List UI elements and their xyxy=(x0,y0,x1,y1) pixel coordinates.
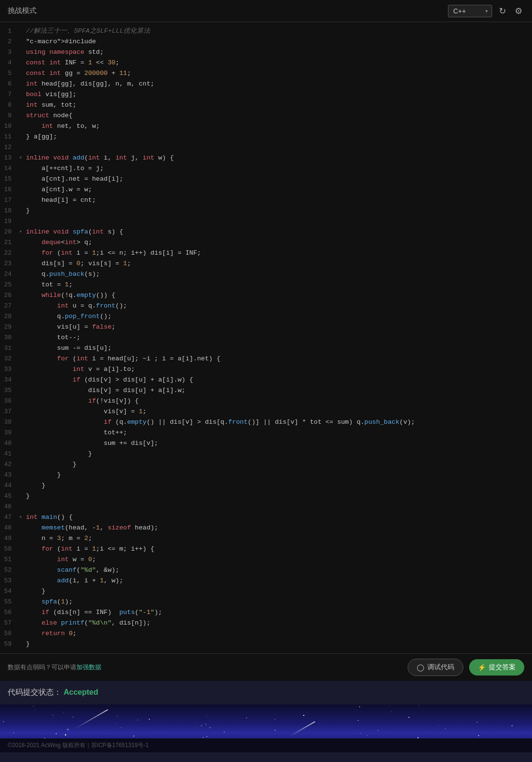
fold-button xyxy=(17,269,24,280)
fold-button[interactable]: ▾ xyxy=(17,512,24,523)
star xyxy=(203,737,204,738)
code-line-content: add(i, i + 1, w); xyxy=(24,576,532,586)
line-number: 6 xyxy=(0,79,17,89)
code-line-content: q.push_back(s); xyxy=(24,269,532,280)
fold-button xyxy=(17,639,24,650)
line-number: 10 xyxy=(0,121,17,132)
code-line-content: int u = q.front(); xyxy=(24,301,532,311)
star xyxy=(73,717,73,717)
fold-button xyxy=(17,459,24,470)
code-line-content: tot++; xyxy=(24,428,532,438)
table-row: 27 int u = q.front(); xyxy=(0,301,532,311)
table-row: 32 for (int i = head[u]; ~i ; i = a[i].n… xyxy=(0,354,532,364)
star xyxy=(115,723,115,724)
data-link[interactable]: 加强数据 xyxy=(76,664,101,671)
fold-button[interactable]: ▾ xyxy=(17,227,24,237)
fold-button xyxy=(17,607,24,618)
star xyxy=(67,729,69,730)
line-number: 23 xyxy=(0,258,17,269)
line-number: 51 xyxy=(0,554,17,565)
table-row: 17 head[i] = cnt; xyxy=(0,195,532,206)
table-row: 12 xyxy=(0,142,532,153)
fold-button xyxy=(17,502,24,512)
star xyxy=(359,706,360,707)
settings-button[interactable]: ⚙ xyxy=(513,4,524,18)
star xyxy=(360,733,361,734)
table-row: 51 int w = 0; xyxy=(0,554,532,565)
line-number: 26 xyxy=(0,290,17,301)
code-line-content: spfa(1); xyxy=(24,597,532,607)
code-line-content: int sum, tot; xyxy=(24,100,532,111)
line-number: 1 xyxy=(0,26,17,37)
code-line-content: for (int i = head[u]; ~i ; i = a[i].net)… xyxy=(24,354,532,364)
table-row: 57 else printf("%d\n", dis[n]); xyxy=(0,618,532,628)
table-row: 52 scanf("%d", &w); xyxy=(0,565,532,576)
debug-button[interactable]: ◯ 调试代码 xyxy=(408,659,463,676)
fold-button xyxy=(17,258,24,269)
star xyxy=(445,728,446,729)
table-row: 13▾inline void add(int i, int j, int w) … xyxy=(0,153,532,163)
table-row: 8 int sum, tot; xyxy=(0,100,532,111)
code-line-content: struct node{ xyxy=(24,111,532,121)
refresh-button[interactable]: ↻ xyxy=(497,4,508,18)
table-row: 9 struct node{ xyxy=(0,111,532,121)
code-line-content: scanf("%d", &w); xyxy=(24,565,532,576)
code-line-content: vis[u] = false; xyxy=(24,322,532,332)
table-row: 5 const int gg = 200000 + 11; xyxy=(0,68,532,79)
code-line-content: } xyxy=(24,449,532,459)
code-line-content: a[cnt].net = head[i]; xyxy=(24,174,532,184)
table-row: 46 xyxy=(0,502,532,512)
star xyxy=(438,725,439,726)
lang-select[interactable]: C++ Java Python3 xyxy=(448,5,492,17)
star xyxy=(357,710,358,711)
lightning-icon: ⚡ xyxy=(478,664,486,671)
code-editor[interactable]: 1 //解法三十一、SPFA之SLF+LLL优化算法2 "c-macro">#i… xyxy=(0,22,532,653)
fold-button xyxy=(17,428,24,438)
code-line-content: } xyxy=(24,206,532,216)
submit-button[interactable]: ⚡ 提交答案 xyxy=(469,659,524,676)
star xyxy=(117,716,118,716)
table-row: 29 vis[u] = false; xyxy=(0,322,532,332)
line-number: 19 xyxy=(0,216,17,227)
table-row: 35 dis[v] = dis[u] + a[i].w; xyxy=(0,385,532,396)
settings-icon: ⚙ xyxy=(515,6,522,16)
code-line-content: if (dis[n] == INF) puts("-1"); xyxy=(24,607,532,618)
lang-select-wrapper[interactable]: C++ Java Python3 xyxy=(448,5,492,17)
star xyxy=(224,732,225,733)
star xyxy=(478,735,479,736)
fold-button xyxy=(17,216,24,227)
code-line-content: int v = a[i].to; xyxy=(24,364,532,375)
table-row: 2 "c-macro">#include xyxy=(0,37,532,47)
fold-button xyxy=(17,184,24,195)
star xyxy=(419,705,419,705)
line-number: 14 xyxy=(0,163,17,174)
star xyxy=(320,724,320,724)
star xyxy=(194,723,195,723)
line-number: 40 xyxy=(0,438,17,449)
fold-button xyxy=(17,68,24,79)
star xyxy=(65,734,66,736)
action-buttons: ◯ 调试代码 ⚡ 提交答案 xyxy=(408,659,524,676)
table-row: 50 for (int i = 1;i <= m; i++) { xyxy=(0,544,532,554)
line-number: 44 xyxy=(0,480,17,491)
star xyxy=(52,715,53,716)
line-number: 56 xyxy=(0,607,17,618)
line-number: 36 xyxy=(0,396,17,406)
table-row: 25 tot = 1; xyxy=(0,280,532,290)
star xyxy=(205,724,206,725)
fold-button[interactable]: ▾ xyxy=(17,153,24,163)
line-number: 12 xyxy=(0,142,17,153)
line-number: 4 xyxy=(0,58,17,68)
fold-button xyxy=(17,132,24,142)
star xyxy=(285,733,286,733)
code-line-content: "c-macro">#include xyxy=(24,37,532,47)
fold-button xyxy=(17,89,24,100)
bottom-toolbar: 数据有点弱吗？可以申请加强数据 ◯ 调试代码 ⚡ 提交答案 xyxy=(0,653,532,681)
star xyxy=(201,725,202,726)
code-line-content: bool vis[gg]; xyxy=(24,89,532,100)
code-line-content: if(!vis[v]) { xyxy=(24,396,532,406)
fold-button xyxy=(17,37,24,47)
table-row: 38 if (q.empty() || dis[v] > dis[q.front… xyxy=(0,417,532,428)
line-number: 13 xyxy=(0,153,17,163)
line-number: 27 xyxy=(0,301,17,311)
